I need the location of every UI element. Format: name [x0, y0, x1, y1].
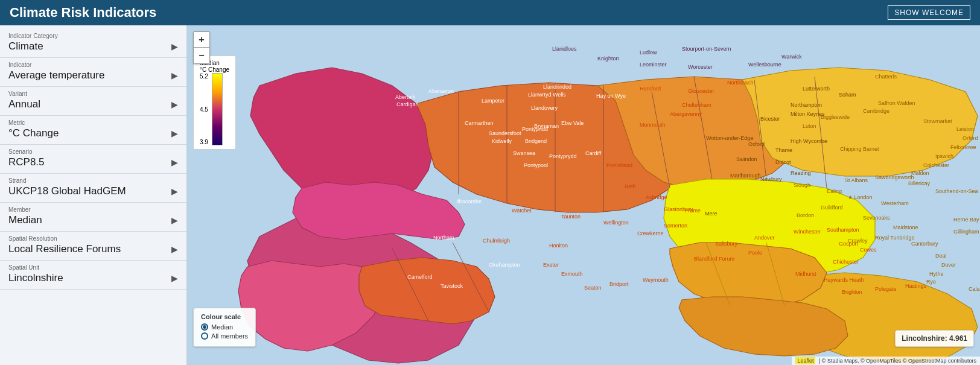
svg-text:Oxford: Oxford: [748, 141, 765, 147]
svg-text:Billericay: Billericay: [908, 180, 931, 186]
show-welcome-button[interactable]: SHOW WELCOME: [888, 5, 970, 20]
svg-text:Camelford: Camelford: [407, 274, 433, 280]
sidebar-value-1: Average temperature: [8, 69, 104, 81]
svg-text:Crawley: Crawley: [848, 238, 868, 244]
colour-scale-legend: Colour scale Median All members: [193, 308, 256, 347]
svg-text:Chipping Barnet: Chipping Barnet: [840, 146, 879, 152]
svg-text:Tavistock: Tavistock: [441, 283, 463, 289]
tooltip-value: 4.961: [949, 334, 967, 343]
svg-text:Stourport-on-Severn: Stourport-on-Severn: [682, 46, 731, 52]
svg-text:Swansea: Swansea: [513, 150, 535, 156]
svg-text:Guildford: Guildford: [821, 205, 843, 211]
svg-text:Ebw Vale: Ebw Vale: [561, 120, 584, 126]
svg-text:Seaton: Seaton: [584, 285, 602, 291]
sidebar-section-4[interactable]: Scenario RCP8.5 ▶: [0, 145, 186, 174]
sidebar-section-8[interactable]: Spatial Unit Lincolnshire ▶: [0, 261, 186, 290]
svg-text:Stowmarket: Stowmarket: [923, 118, 952, 124]
svg-text:Northam: Northam: [433, 235, 454, 241]
svg-text:Royal Tunbridge: Royal Tunbridge: [875, 235, 915, 241]
sidebar-value-3: °C Change: [8, 127, 59, 139]
svg-text:Poole: Poole: [748, 250, 762, 256]
svg-text:Biggleswide: Biggleswide: [821, 114, 850, 120]
svg-text:Hereford: Hereford: [640, 86, 661, 92]
svg-text:Reading: Reading: [791, 170, 811, 176]
svg-text:Portishead: Portishead: [606, 162, 632, 168]
svg-text:Somerton: Somerton: [664, 223, 687, 229]
sidebar-value-0: Climate: [8, 40, 43, 52]
svg-text:Slough: Slough: [794, 182, 810, 188]
svg-text:Wellesbourne: Wellesbourne: [748, 62, 781, 68]
sidebar-arrow-0: ▶: [171, 42, 178, 51]
sidebar-section-1[interactable]: Indicator Average temperature ▶: [0, 58, 186, 87]
svg-text:Axbridge: Axbridge: [646, 194, 667, 200]
sidebar-label-0: Indicator Category: [8, 33, 178, 39]
svg-text:Watchet: Watchet: [512, 208, 532, 214]
svg-text:Westerham: Westerham: [881, 200, 909, 206]
svg-text:Aberaeron: Aberaeron: [428, 88, 454, 94]
sidebar-section-3[interactable]: Metric °C Change ▶: [0, 116, 186, 145]
svg-text:Abergavenny: Abergavenny: [670, 111, 702, 117]
sidebar-label-8: Spatial Unit: [8, 264, 178, 271]
zoom-controls: + −: [193, 31, 210, 64]
main-content: Indicator Category Climate ▶ Indicator A…: [0, 25, 980, 365]
svg-text:Bridgend: Bridgend: [525, 138, 547, 144]
svg-text:Llanwrtyd Wells: Llanwrtyd Wells: [528, 92, 566, 98]
svg-text:Southampton: Southampton: [827, 227, 859, 233]
all-members-radio[interactable]: [201, 332, 208, 340]
svg-text:Llandrindod: Llandrindod: [543, 84, 571, 90]
svg-text:Sevenoaks: Sevenoaks: [863, 215, 890, 221]
sidebar-section-2[interactable]: Variant Annual ▶: [0, 87, 186, 116]
legend-gradient-bar: [212, 73, 223, 145]
svg-text:Wellington: Wellington: [603, 220, 629, 226]
svg-text:Polegate: Polegate: [875, 286, 897, 292]
sidebar-value-2: Annual: [8, 98, 40, 110]
svg-text:Gloucester: Gloucester: [688, 88, 714, 94]
svg-text:Chatteris: Chatteris: [875, 74, 897, 80]
svg-text:Taunton: Taunton: [561, 214, 581, 220]
svg-text:Thame: Thame: [775, 147, 792, 153]
svg-text:Newbury: Newbury: [760, 176, 782, 182]
svg-text:Frome: Frome: [685, 208, 701, 214]
svg-text:Honiton: Honiton: [549, 243, 568, 249]
map-container[interactable]: Llanidloes Knighton Ludlow Stourport-on-…: [187, 25, 980, 365]
zoom-in-button[interactable]: +: [194, 32, 209, 48]
colour-scale-median-option[interactable]: Median: [201, 323, 248, 331]
svg-text:Saffron Walden: Saffron Walden: [878, 100, 915, 106]
sidebar-arrow-8: ▶: [171, 273, 178, 283]
tooltip-region: Lincolnshire: [902, 334, 944, 343]
svg-text:Hastings: Hastings: [905, 283, 927, 289]
svg-text:Pontypool: Pontypool: [524, 162, 548, 168]
zoom-out-button[interactable]: −: [194, 48, 209, 63]
svg-text:Llandovery: Llandovery: [531, 105, 558, 111]
svg-text:Exeter: Exeter: [543, 262, 559, 268]
svg-text:Chichester: Chichester: [833, 259, 859, 265]
svg-text:Ealing: Ealing: [827, 188, 842, 194]
svg-text:Leominster: Leominster: [640, 62, 667, 68]
svg-text:Weymouth: Weymouth: [643, 277, 669, 283]
map-svg: Llanidloes Knighton Ludlow Stourport-on-…: [187, 25, 980, 365]
sidebar-section-6[interactable]: Member Median ▶: [0, 203, 186, 232]
svg-text:Aberteifi: Aberteifi: [395, 94, 415, 100]
svg-text:Wotton-under-Edge: Wotton-under-Edge: [706, 135, 753, 141]
sidebar-section-7[interactable]: Spatial Resolution Local Resilience Foru…: [0, 232, 186, 261]
sidebar-section-5[interactable]: Strand UKCP18 Global HadGEM ▶: [0, 174, 186, 203]
sidebar-arrow-3: ▶: [171, 129, 178, 138]
svg-text:Knighton: Knighton: [597, 56, 619, 62]
sidebar-value-7: Local Resilience Forums: [8, 243, 121, 255]
median-radio[interactable]: [201, 323, 208, 331]
sidebar-value-4: RCP8.5: [8, 156, 45, 168]
svg-text:Ilfracombe: Ilfracombe: [456, 198, 482, 205]
svg-text:Blandford Forum: Blandford Forum: [694, 256, 734, 262]
sidebar-arrow-7: ▶: [171, 244, 178, 254]
sidebar-section-0[interactable]: Indicator Category Climate ▶: [0, 29, 186, 58]
svg-text:Cowes: Cowes: [860, 247, 877, 253]
svg-text:★ London: ★ London: [848, 194, 873, 200]
colour-scale-title: Colour scale: [201, 313, 248, 320]
svg-text:Northleach: Northleach: [727, 80, 754, 86]
svg-text:Dover: Dover: [941, 262, 956, 268]
svg-text:Warwick: Warwick: [781, 54, 802, 60]
svg-text:High Wycombe: High Wycombe: [791, 138, 827, 144]
svg-text:Milton Keynes: Milton Keynes: [791, 111, 825, 117]
colour-scale-all-members-option[interactable]: All members: [201, 332, 248, 340]
app-title: Climate Risk Indicators: [10, 5, 156, 21]
